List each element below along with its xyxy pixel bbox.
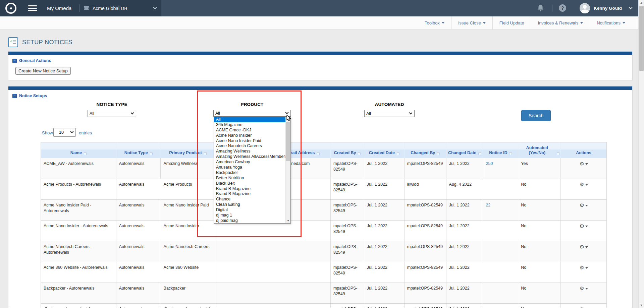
page-size-select[interactable]: 10 [53, 128, 76, 137]
cell-primary-product: Acme 360 Website [161, 262, 215, 283]
collapse-icon[interactable]: − [12, 59, 17, 63]
cell-notice-id[interactable]: 250 [483, 158, 519, 179]
column-header-notice-id[interactable]: Notice ID [483, 142, 518, 158]
cell-notice-type: Autorenewals [116, 241, 161, 262]
caret-down-icon [623, 22, 625, 24]
scroll-up-icon[interactable]: ▲ [639, 0, 644, 5]
cell-created-date: Jul, 1 2022 [364, 262, 405, 283]
brand-link[interactable]: My Omeda [47, 0, 71, 16]
sort-icon[interactable] [84, 152, 87, 155]
caret-down-icon[interactable] [585, 184, 588, 186]
database-selector[interactable]: Acme Global DB [93, 0, 127, 16]
setup-notices-icon: ✓ [8, 37, 18, 47]
search-button[interactable]: Search [521, 110, 551, 121]
column-header-name[interactable]: Name [41, 142, 116, 158]
caret-down-icon[interactable] [585, 226, 588, 227]
cell-notice-type: Autorenewals [116, 283, 161, 304]
sort-icon[interactable] [437, 152, 440, 155]
column-header-changed-by[interactable]: Changed By [405, 142, 446, 158]
sort-icon[interactable] [317, 152, 320, 155]
column-header-created-date[interactable]: Created Date [364, 142, 405, 158]
gear-icon[interactable]: ⚙ [579, 286, 584, 291]
chevron-down-icon[interactable] [629, 5, 632, 9]
caret-down-icon[interactable] [585, 163, 588, 165]
caret-down-icon[interactable] [585, 205, 588, 206]
chevron-down-icon [70, 130, 74, 133]
sort-icon[interactable] [358, 152, 361, 155]
cell-changed-date: Jul, 1 2022 [446, 241, 483, 262]
hamburger-menu-icon[interactable] [28, 5, 37, 12]
column-header-notice-type[interactable]: Notice Type [116, 142, 161, 158]
cell-actions: ⚙ [561, 304, 606, 308]
caret-down-icon[interactable] [585, 288, 588, 290]
cell-confirmation-email-visible [215, 304, 331, 308]
cell-created-by: mpatel:OPS-82549 [331, 158, 364, 179]
sort-icon[interactable] [397, 152, 399, 155]
cell-changed-by: lkwidd [405, 179, 446, 200]
scrollbar-thumb[interactable] [639, 6, 644, 71]
general-actions-title[interactable]: General Actions [19, 58, 51, 63]
general-actions-panel: − General Actions Create New Notice Setu… [8, 51, 633, 80]
toolbar-menu-label: Field Update [499, 20, 524, 25]
omeda-logo-icon[interactable] [5, 3, 16, 14]
gear-icon[interactable]: ⚙ [579, 182, 584, 187]
cell-primary-product: dj vrl magazine product 1 [161, 304, 215, 308]
cell-notice-id[interactable]: 22 [483, 200, 518, 221]
cell-actions: ⚙ [561, 283, 606, 304]
cell-confirmation-email-visible [215, 283, 331, 304]
column-header-label: Changed Date [448, 150, 476, 156]
cell-actions: ⚙ [561, 221, 606, 241]
cell-confirmation-email-visible [215, 262, 331, 283]
page-scrollbar[interactable]: ▲ ▼ [638, 0, 644, 308]
cell-notice-type: Autorenewals [116, 179, 161, 200]
notice-type-select[interactable]: All [88, 110, 136, 117]
sort-icon[interactable] [509, 152, 512, 155]
notice-setups-title[interactable]: Notice Setups [19, 94, 47, 98]
toolbar-menu-notifications[interactable]: Notifications [590, 16, 632, 29]
help-icon[interactable]: ? [559, 4, 566, 12]
scroll-down-icon[interactable]: ▼ [639, 303, 644, 308]
automated-select[interactable]: All [364, 110, 415, 117]
gear-icon[interactable]: ⚙ [579, 244, 584, 250]
column-header-label: Changed By [411, 150, 435, 156]
caret-down-icon[interactable] [585, 246, 588, 248]
cell-created-date: Jul, 1 2022 [364, 241, 405, 262]
user-menu[interactable]: Kenny Gould [594, 0, 622, 16]
column-header-actions: Actions [561, 142, 606, 158]
avatar[interactable] [580, 3, 590, 13]
collapse-icon[interactable]: − [12, 94, 17, 98]
cell-notice-id [483, 283, 518, 304]
sort-icon[interactable] [478, 152, 481, 155]
cell-automated: No [518, 241, 561, 262]
cell-name: ACME_AW - Autorenewals [41, 158, 116, 179]
toolbar-menu-field-update[interactable]: Field Update [493, 16, 531, 29]
cell-automated: No [518, 200, 561, 221]
sort-icon[interactable] [557, 152, 559, 155]
create-new-notice-setup-button[interactable]: Create New Notice Setup [15, 67, 71, 75]
toolbar-menu-invoices-renewals[interactable]: Invoices & Renewals [531, 16, 590, 29]
sort-icon[interactable] [150, 152, 153, 155]
table-row: Backpacker - AutorenewalsAutorenewalsBac… [41, 283, 606, 304]
navbar-divider [79, 4, 79, 12]
cell-created-date: Jul, 1 2022 [364, 179, 405, 200]
toolbar-menu-issue-close[interactable]: Issue Close [451, 16, 492, 29]
gear-icon[interactable]: ⚙ [579, 224, 584, 229]
secondary-toolbar: ToolboxIssue CloseField UpdateInvoices &… [0, 16, 644, 29]
cell-automated: No [518, 283, 561, 304]
notifications-bell-icon[interactable] [537, 4, 544, 13]
column-header-label: Notice ID [489, 150, 507, 156]
gear-icon[interactable]: ⚙ [579, 307, 584, 308]
caret-down-icon [580, 22, 583, 24]
gear-icon[interactable]: ⚙ [579, 203, 584, 208]
cell-notice-id [483, 241, 518, 262]
caret-down-icon[interactable] [585, 267, 588, 269]
column-header-automated-yes-no-[interactable]: Automated (Yes/No) [518, 142, 561, 158]
column-header-changed-date[interactable]: Changed Date [446, 142, 483, 158]
toolbar-menu-toolbox[interactable]: Toolbox [418, 16, 451, 29]
cell-notice-type: Autorenewals [116, 200, 161, 221]
cell-name: Acme Nano Insider Paid - Autorenewals [41, 200, 116, 221]
gear-icon[interactable]: ⚙ [579, 161, 584, 167]
chevron-down-icon [131, 111, 134, 114]
gear-icon[interactable]: ⚙ [579, 265, 584, 270]
column-header-created-by[interactable]: Created By [331, 142, 364, 158]
